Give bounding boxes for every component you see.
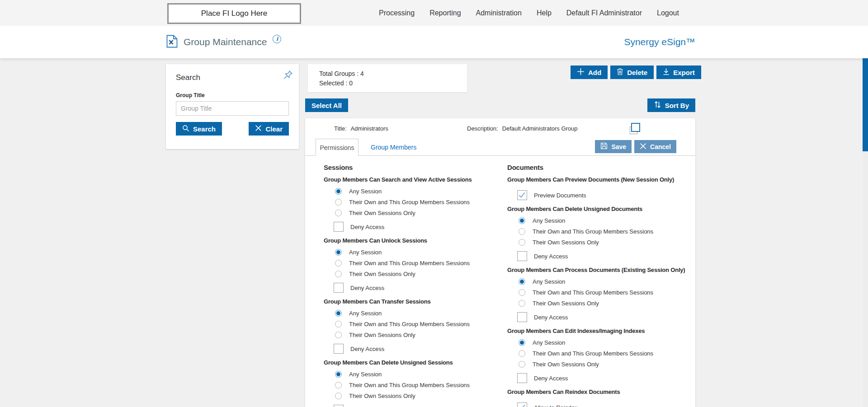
radio-any-session[interactable] <box>519 278 525 285</box>
documents-column: DocumentsGroup Members Can Preview Docum… <box>507 164 695 407</box>
radio-label: Their Own and This Group Members Session… <box>533 350 653 357</box>
radio-label: Their Own and This Group Members Session… <box>349 199 470 206</box>
content-area: Search Group Title Search <box>0 58 868 407</box>
radio-any-session[interactable] <box>519 339 525 346</box>
radio-option-row: Their Own and This Group Members Session… <box>335 257 507 268</box>
allow-to-reindex-checkbox[interactable] <box>517 402 527 407</box>
permission-section-group-members-can-delete-unsigned-documents: Group Members Can Delete Unsigned Docume… <box>507 206 695 261</box>
radio-options: Any SessionTheir Own and This Group Memb… <box>324 308 507 340</box>
deny-access-label: Deny Access <box>534 253 568 260</box>
group-card: Title:Administrators Description:Default… <box>305 118 695 407</box>
sort-icon <box>654 101 661 110</box>
radio-option-row: Their Own and This Group Members Session… <box>335 379 507 390</box>
top-navigation: ProcessingReportingAdministrationHelpDef… <box>379 0 679 26</box>
radio-their-own-and-this-group-members-sessions[interactable] <box>335 199 342 206</box>
radio-their-own-sessions-only[interactable] <box>335 271 342 277</box>
trash-icon <box>617 68 623 77</box>
radio-option-row: Their Own and This Group Members Session… <box>519 287 695 298</box>
tab-group-members[interactable]: Group Members <box>371 139 416 155</box>
nav-item-help[interactable]: Help <box>537 9 552 17</box>
nav-item-reporting[interactable]: Reporting <box>429 9 461 17</box>
sort-by-button[interactable]: Sort By <box>647 98 695 112</box>
search-panel: Search Group Title Search <box>166 64 299 149</box>
radio-any-session[interactable] <box>335 371 342 378</box>
radio-label: Their Own Sessions Only <box>349 210 415 216</box>
pin-icon[interactable] <box>283 70 293 80</box>
clear-button-label: Clear <box>265 125 283 133</box>
preview-documents-checkbox[interactable] <box>517 190 527 200</box>
nav-item-default-fi-administrator[interactable]: Default FI Administrator <box>566 9 642 17</box>
radio-label: Any Session <box>349 188 382 195</box>
radio-their-own-and-this-group-members-sessions[interactable] <box>519 289 525 296</box>
deny-access-checkbox[interactable] <box>334 222 344 232</box>
radio-their-own-and-this-group-members-sessions[interactable] <box>335 260 342 267</box>
deny-access-checkbox[interactable] <box>334 405 344 407</box>
allow-to-reindex-row: Allow to Reindex <box>517 402 695 407</box>
add-button[interactable]: Add <box>571 65 608 79</box>
group-select-checkbox[interactable] <box>630 123 640 134</box>
nav-item-administration[interactable]: Administration <box>476 9 522 17</box>
group-title-input[interactable] <box>176 101 289 116</box>
deny-access-checkbox[interactable] <box>517 251 527 261</box>
deny-access-row: Deny Access <box>517 312 695 322</box>
select-all-button[interactable]: Select All <box>305 98 348 112</box>
radio-label: Their Own Sessions Only <box>349 271 415 277</box>
radio-any-session[interactable] <box>335 188 342 195</box>
nav-item-processing[interactable]: Processing <box>379 9 415 17</box>
brand-logo: Synergy eSign™ <box>624 26 695 58</box>
info-icon[interactable]: i <box>273 35 281 43</box>
radio-label: Their Own Sessions Only <box>533 361 599 368</box>
deny-access-label: Deny Access <box>350 285 384 291</box>
radio-label: Any Session <box>533 339 565 346</box>
radio-option-row: Any Session <box>335 186 507 196</box>
radio-options: Any SessionTheir Own and This Group Memb… <box>507 337 695 370</box>
radio-their-own-sessions-only[interactable] <box>519 239 525 246</box>
card-action-buttons: Save Cancel <box>595 140 676 153</box>
radio-option-row: Their Own Sessions Only <box>335 207 507 218</box>
radio-their-own-and-this-group-members-sessions[interactable] <box>519 228 525 235</box>
radio-their-own-sessions-only[interactable] <box>335 332 342 338</box>
delete-button-label: Delete <box>627 69 647 76</box>
radio-their-own-and-this-group-members-sessions[interactable] <box>335 321 342 327</box>
radio-their-own-sessions-only[interactable] <box>519 361 525 368</box>
deny-access-row: Deny Access <box>334 222 507 232</box>
deny-access-row: Deny Access <box>517 373 695 383</box>
documents-heading: Documents <box>507 164 695 171</box>
radio-their-own-sessions-only[interactable] <box>519 300 525 307</box>
delete-button[interactable]: Delete <box>610 65 654 79</box>
radio-any-session[interactable] <box>335 249 342 256</box>
permission-title: Group Members Can Delete Unsigned Docume… <box>507 206 695 212</box>
nav-item-logout[interactable]: Logout <box>657 9 679 17</box>
radio-any-session[interactable] <box>519 217 525 224</box>
permission-section-group-members-can-delete-unsigned-sessions: Group Members Can Delete Unsigned Sessio… <box>324 359 507 407</box>
radio-label: Any Session <box>533 278 565 285</box>
fi-logo-placeholder: Place FI Logo Here <box>167 3 301 24</box>
top-bar: Place FI Logo Here ProcessingReportingAd… <box>0 0 868 26</box>
page-title-group: Group Maintenance i <box>166 26 281 58</box>
radio-option-row: Any Session <box>519 276 695 287</box>
search-panel-title: Search <box>176 73 289 82</box>
permission-section-group-members-can-transfer-sessions: Group Members Can Transfer SessionsAny S… <box>324 298 507 354</box>
search-button[interactable]: Search <box>176 122 222 136</box>
deny-access-checkbox[interactable] <box>334 344 344 354</box>
deny-access-checkbox[interactable] <box>517 373 527 383</box>
radio-option-row: Their Own Sessions Only <box>519 237 695 248</box>
scrollbar-track[interactable] <box>863 26 868 407</box>
cancel-button[interactable]: Cancel <box>634 140 676 153</box>
clear-button[interactable]: Clear <box>249 122 289 136</box>
sessions-heading: Sessions <box>324 164 507 171</box>
save-button[interactable]: Save <box>595 140 632 153</box>
radio-option-row: Any Session <box>335 247 507 257</box>
tab-permissions[interactable]: Permissions <box>316 139 359 156</box>
radio-their-own-and-this-group-members-sessions[interactable] <box>335 382 342 388</box>
radio-any-session[interactable] <box>335 310 342 317</box>
radio-their-own-sessions-only[interactable] <box>335 210 342 216</box>
search-icon <box>182 125 189 133</box>
radio-their-own-sessions-only[interactable] <box>335 393 342 399</box>
radio-their-own-and-this-group-members-sessions[interactable] <box>519 350 525 357</box>
deny-access-checkbox[interactable] <box>517 312 527 322</box>
deny-access-checkbox[interactable] <box>334 283 344 293</box>
export-button[interactable]: Export <box>656 65 701 79</box>
group-select-checkbox-box <box>631 123 640 132</box>
radio-label: Their Own Sessions Only <box>349 332 415 338</box>
